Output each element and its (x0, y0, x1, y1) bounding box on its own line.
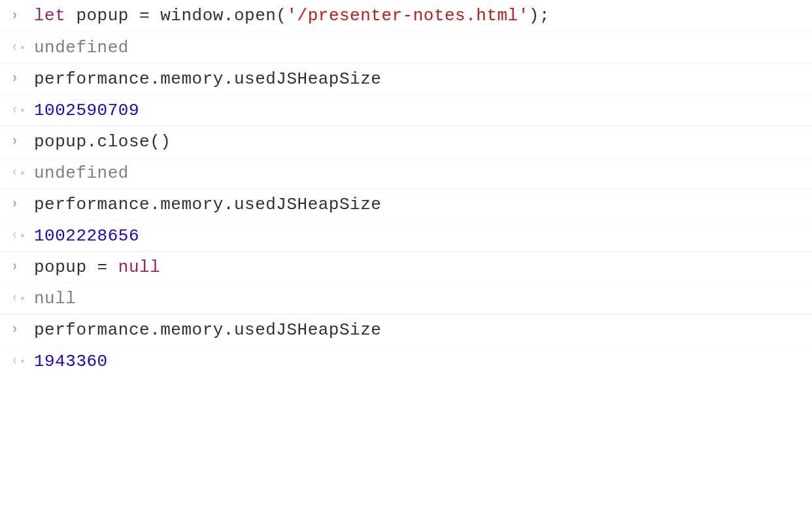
output-chevron-icon: ‹ (4, 290, 34, 307)
code-token: popup = (34, 258, 118, 277)
console-input-code: performance.memory.usedJSHeapSize (34, 320, 381, 340)
code-token: performance.memory.usedJSHeapSize (34, 195, 381, 214)
console-output-value: null (34, 289, 76, 308)
console-input-row[interactable]: ›performance.memory.usedJSHeapSize (0, 314, 812, 345)
code-token: popup.close() (34, 132, 171, 152)
console-input-code: popup = null (34, 258, 160, 277)
console-output-row: ‹1002590709 (0, 94, 812, 125)
code-token: 1002228656 (34, 226, 139, 246)
console-output-value: 1002590709 (34, 101, 139, 120)
input-chevron-icon: › (4, 71, 34, 87)
code-token: 1943360 (34, 352, 108, 371)
output-chevron-icon: ‹ (4, 165, 34, 181)
console-output-row: ‹1943360 (0, 345, 812, 376)
code-token: null (34, 289, 76, 308)
console-input-row[interactable]: ›performance.memory.usedJSHeapSize (0, 63, 812, 94)
console-log: ›let popup = window.open('/presenter-not… (0, 0, 812, 376)
console-output-row: ‹undefined (0, 157, 812, 188)
input-chevron-icon: › (4, 322, 34, 338)
code-token: undefined (34, 38, 129, 58)
output-chevron-icon: ‹ (4, 353, 34, 369)
code-token: null (118, 258, 160, 277)
console-input-row[interactable]: ›popup.close() (0, 125, 812, 157)
code-token: popup = window.open( (65, 6, 286, 25)
code-token: 1002590709 (34, 101, 139, 120)
code-token: ); (529, 6, 550, 25)
code-token: undefined (34, 163, 129, 183)
console-output-value: undefined (34, 163, 129, 183)
console-input-row[interactable]: ›popup = null (0, 251, 812, 282)
console-output-value: 1943360 (34, 352, 108, 371)
console-input-code: let popup = window.open('/presenter-note… (34, 6, 550, 25)
input-chevron-icon: › (4, 196, 34, 212)
output-chevron-icon: ‹ (4, 102, 34, 118)
console-output-value: 1002228656 (34, 226, 139, 246)
console-input-code: performance.memory.usedJSHeapSize (34, 195, 381, 214)
code-token: performance.memory.usedJSHeapSize (34, 69, 381, 89)
input-chevron-icon: › (4, 8, 34, 24)
code-token: '/presenter-notes.html' (286, 6, 528, 25)
console-input-row[interactable]: ›let popup = window.open('/presenter-not… (0, 0, 812, 31)
code-token: let (34, 6, 65, 25)
console-input-code: popup.close() (34, 132, 171, 152)
input-chevron-icon: › (4, 259, 34, 275)
output-chevron-icon: ‹ (4, 227, 34, 244)
console-input-row[interactable]: ›performance.memory.usedJSHeapSize (0, 188, 812, 220)
console-output-row: ‹null (0, 282, 812, 314)
console-output-row: ‹undefined (0, 31, 812, 63)
console-input-code: performance.memory.usedJSHeapSize (34, 69, 381, 89)
code-token: performance.memory.usedJSHeapSize (34, 320, 381, 340)
console-output-row: ‹1002228656 (0, 220, 812, 251)
console-output-value: undefined (34, 38, 129, 58)
output-chevron-icon: ‹ (4, 39, 34, 56)
input-chevron-icon: › (4, 133, 34, 150)
